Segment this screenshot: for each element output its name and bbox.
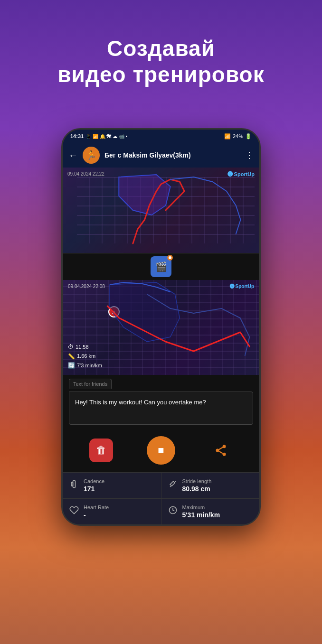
maximum-value: 5'31 min/km [182, 511, 253, 519]
text-friends-box[interactable]: Hey! This is my workout! Can you overtak… [69, 392, 253, 425]
heart-icon [69, 505, 79, 517]
cadence-value: 171 [84, 485, 154, 493]
share-icon [214, 444, 227, 457]
stride-content: Stride length 80.98 cm [182, 478, 253, 493]
share-button[interactable] [209, 439, 233, 462]
battery-text: 24% [233, 133, 243, 139]
cadence-content: Cadence 171 [84, 478, 154, 493]
status-left: 14:31 📱 📶 🔔 🗺 ☁ 📹 • [70, 133, 127, 139]
stop-icon: ■ [158, 444, 164, 457]
menu-button[interactable]: ⋮ [245, 150, 254, 160]
header-section: Создавай видео тренировок [0, 0, 322, 102]
video-create-icon[interactable]: 🎬 [151, 256, 171, 277]
stride-value: 80.98 cm [182, 485, 253, 493]
app-title: Бег с Maksim Gilyaev(3km) [104, 151, 240, 159]
svg-point-4 [222, 453, 226, 456]
stat-maximum: Maximum 5'31 min/km [161, 499, 260, 524]
stat-heart-rate: Heart Rate - [63, 499, 161, 524]
back-button[interactable]: ← [68, 150, 78, 161]
maximum-content: Maximum 5'31 min/km [182, 504, 253, 519]
stat-stride: Stride length 80.98 cm [161, 473, 260, 498]
stat-cadence: Cadence 171 [63, 473, 161, 498]
svg-point-3 [216, 449, 219, 452]
map-stats-overlay: ⏱ 11.58 📏 1.66 km 🔄 7'3 min/km [68, 343, 102, 370]
route-svg-top [63, 168, 259, 253]
status-right: 📶 24% 🔋 [224, 133, 252, 140]
stat-time: ⏱ 11.58 [68, 343, 102, 352]
app-header: ← 🏃 Бег с Maksim Gilyaev(3km) ⋮ [63, 143, 259, 168]
maximum-label: Maximum [182, 504, 253, 510]
avatar: 🏃 [83, 147, 100, 164]
phone-wrapper: 14:31 📱 📶 🔔 🗺 ☁ 📹 • 📶 24% 🔋 ← 🏃 Бег с Ma… [61, 128, 261, 526]
heart-rate-value: - [84, 511, 154, 519]
heart-rate-content: Heart Rate - [84, 504, 154, 519]
cadence-icon [69, 479, 79, 491]
stride-label: Stride length [182, 478, 253, 484]
stats-grid: Cadence 171 Stride length 80.98 cm [63, 473, 259, 524]
text-friends-label: Text for friends [69, 379, 112, 389]
map-small: 09.04.2024 22:08 🅢 SportUp ▲ [63, 280, 259, 375]
action-buttons: 🗑 ■ [63, 430, 259, 472]
header-line2: видео тренировок [28, 62, 294, 88]
stop-button[interactable]: ■ [147, 436, 175, 465]
svg-line-5 [219, 451, 223, 454]
text-friends-section: Text for friends Hey! This is my workout… [63, 375, 259, 430]
stat-pace: 🔄 7'3 min/km [68, 361, 102, 370]
header-line1: Создавай [28, 36, 294, 62]
heart-rate-label: Heart Rate [84, 504, 154, 510]
maximum-icon [168, 505, 178, 517]
delete-icon: 🗑 [96, 444, 106, 457]
status-icons: 📱 📶 🔔 🗺 ☁ 📹 • [85, 134, 127, 139]
wifi-icon: 📶 [224, 133, 231, 140]
stride-icon [168, 479, 178, 491]
video-panel: 🎬 09.04.2024 22:08 🅢 SportUp ▲ [63, 253, 259, 473]
clock-icon: ⏱ [68, 343, 74, 352]
header-title: Создавай видео тренировок [14, 17, 308, 97]
phone-body: 14:31 📱 📶 🔔 🗺 ☁ 📹 • 📶 24% 🔋 ← 🏃 Бег с Ma… [61, 128, 261, 526]
svg-point-2 [222, 445, 226, 448]
ruler-icon: 📏 [68, 352, 75, 361]
svg-marker-0 [119, 175, 170, 215]
status-time: 14:31 [70, 133, 84, 139]
pace-icon: 🔄 [68, 361, 75, 370]
map-bg-top: 09.04.2024 22:22 🅢 SportUp [63, 168, 259, 253]
svg-line-6 [219, 448, 223, 450]
status-bar: 14:31 📱 📶 🔔 🗺 ☁ 📹 • 📶 24% 🔋 [63, 130, 259, 143]
stat-distance: 📏 1.66 km [68, 352, 102, 361]
video-icon-bar: 🎬 [63, 253, 259, 280]
cadence-label: Cadence [84, 478, 154, 484]
map-bg-small: 09.04.2024 22:08 🅢 SportUp ▲ [63, 280, 259, 375]
text-friends-content: Hey! This is my workout! Can you overtak… [75, 399, 206, 406]
battery-icon: 🔋 [245, 133, 252, 140]
map-top: 09.04.2024 22:22 🅢 SportUp [63, 168, 259, 253]
delete-button[interactable]: 🗑 [89, 439, 113, 462]
